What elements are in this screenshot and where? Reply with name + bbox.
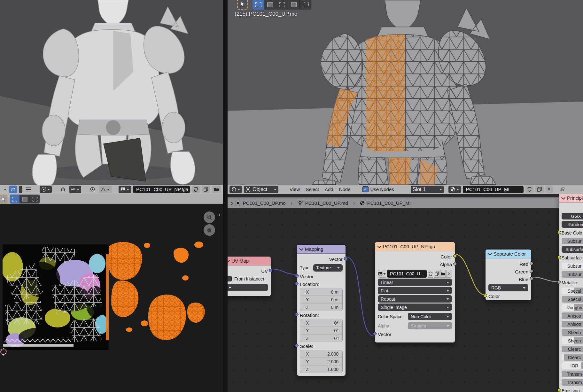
snap-toggle-button[interactable] bbox=[59, 186, 67, 193]
principled-row-ior-18[interactable]: IOR bbox=[562, 362, 583, 369]
vertex-select-button[interactable] bbox=[19, 186, 22, 193]
use-nodes-checkbox[interactable]: ✓ bbox=[362, 186, 369, 192]
header-menu-button[interactable] bbox=[24, 186, 33, 193]
material-name-field[interactable]: PC101_C00_UP_MI bbox=[463, 186, 524, 193]
collapse-icon[interactable] bbox=[228, 258, 230, 263]
principled-row-roughn-11[interactable]: Roughn bbox=[562, 304, 583, 311]
mode-dropdown[interactable]: RGB bbox=[488, 284, 528, 291]
node-header[interactable]: PC101_C00_UP_NP.tga bbox=[375, 242, 455, 251]
menu-view[interactable]: View bbox=[287, 187, 303, 192]
extension-dropdown[interactable]: Repeat bbox=[378, 295, 452, 303]
alpha-mode-dropdown[interactable]: Straight bbox=[408, 322, 452, 329]
edit-viewport[interactable]: (215) PC101_C00_UP.mo ‹ › bbox=[228, 0, 583, 185]
unlink-material-button[interactable]: × bbox=[546, 186, 553, 193]
color-space-dropdown[interactable]: Non-Color bbox=[408, 313, 452, 320]
node-mapping[interactable]: Mapping Vector Type: Texture bbox=[297, 244, 346, 376]
menu-node[interactable]: Node bbox=[336, 187, 354, 192]
principled-row-subsur-7[interactable]: Subsur bbox=[562, 271, 583, 278]
node-header[interactable]: UV Map bbox=[228, 257, 271, 265]
pivot-dropdown[interactable] bbox=[40, 186, 52, 193]
projection-dropdown[interactable]: Flat bbox=[378, 287, 452, 294]
collapse-icon[interactable] bbox=[561, 196, 565, 200]
select-mode-set-button[interactable] bbox=[253, 0, 264, 10]
collapse-icon[interactable] bbox=[299, 247, 303, 251]
new-image-button[interactable] bbox=[434, 270, 439, 278]
input-socket[interactable] bbox=[557, 231, 561, 234]
node-header[interactable]: Principl bbox=[559, 194, 583, 203]
tweak-tool-button[interactable] bbox=[0, 195, 8, 204]
vector-input-socket[interactable] bbox=[295, 344, 299, 347]
value-field[interactable]: X0 m bbox=[300, 288, 342, 296]
principled-row-subsurfa-4[interactable]: Subsurfa bbox=[562, 246, 583, 253]
principled-row-specul-10[interactable]: Specul bbox=[562, 296, 583, 303]
principled-row-anisotr-13[interactable]: Anisotr bbox=[562, 321, 583, 327]
principled-row-emission-21[interactable]: Emission bbox=[562, 387, 583, 392]
principled-row-random-1[interactable]: Random bbox=[562, 221, 583, 228]
image-name-field[interactable]: PC101_C00_U... bbox=[387, 270, 427, 278]
color-input-socket[interactable] bbox=[484, 294, 487, 297]
menu-add[interactable]: Add bbox=[322, 187, 336, 192]
image-name-field[interactable]: PC101_C00_UP_NP.tga bbox=[133, 186, 190, 193]
editor-divider[interactable] bbox=[223, 0, 228, 392]
vector-input-socket[interactable] bbox=[373, 332, 377, 335]
proportional-edit-toggle[interactable] bbox=[88, 186, 97, 193]
principled-row-subsurfac-5[interactable]: Subsurfac bbox=[562, 254, 583, 261]
principled-row-anisotr-12[interactable]: Anisotr bbox=[562, 312, 583, 319]
slot-dropdown[interactable]: Slot 1 bbox=[411, 186, 444, 193]
principled-row-clearc-16[interactable]: Clearc bbox=[562, 346, 583, 352]
select-mode-invert-button[interactable] bbox=[288, 0, 300, 10]
principled-row-transm-19[interactable]: Transm bbox=[562, 371, 583, 377]
value-field[interactable]: Z0° bbox=[300, 334, 342, 342]
input-socket[interactable] bbox=[557, 281, 561, 284]
editor-type-dropdown[interactable] bbox=[2, 186, 7, 193]
select-mode-set-button[interactable] bbox=[10, 195, 20, 204]
uv-output-socket[interactable] bbox=[269, 269, 273, 272]
fake-user-button[interactable] bbox=[525, 186, 533, 193]
principled-row-clearc-17[interactable]: Clearc bbox=[562, 354, 583, 361]
shader-type-dropdown[interactable]: Object bbox=[244, 186, 278, 193]
editor-type-dropdown[interactable] bbox=[229, 186, 242, 193]
input-socket[interactable] bbox=[557, 388, 561, 392]
select-mode-extend-button[interactable] bbox=[20, 195, 30, 204]
image-browse-dropdown[interactable] bbox=[119, 186, 131, 193]
pin-icon[interactable] bbox=[560, 187, 565, 192]
principled-row-specul-9[interactable]: Specul bbox=[562, 288, 583, 294]
red-output-socket[interactable] bbox=[530, 262, 533, 265]
value-field[interactable]: X2.000 bbox=[300, 350, 342, 357]
fake-user-button[interactable] bbox=[428, 270, 433, 278]
principled-row-subsur-3[interactable]: Subsur bbox=[562, 238, 583, 244]
fake-user-button[interactable] bbox=[192, 186, 200, 193]
pan-gizmo-button[interactable] bbox=[204, 224, 215, 236]
vector-input-socket[interactable] bbox=[295, 274, 299, 278]
zoom-gizmo-button[interactable] bbox=[204, 211, 215, 223]
collapse-left-icon[interactable]: ‹ bbox=[218, 213, 221, 216]
principled-row-ggx-0[interactable]: GGX bbox=[562, 213, 583, 219]
unlink-image-button[interactable]: × bbox=[446, 270, 452, 278]
alpha-output-socket[interactable] bbox=[453, 262, 457, 265]
node-separate-color[interactable]: Separate Color Red Green Blue R bbox=[485, 249, 532, 300]
vector-input-socket[interactable] bbox=[295, 282, 299, 285]
value-field[interactable]: Y0° bbox=[300, 327, 342, 334]
value-field[interactable]: Z0 m bbox=[300, 303, 342, 311]
color-output-socket[interactable] bbox=[453, 254, 457, 258]
select-mode-extend-button[interactable] bbox=[264, 0, 276, 10]
menu-select[interactable]: Select bbox=[303, 187, 322, 192]
principled-row-sheen-15[interactable]: Sheen bbox=[562, 337, 583, 344]
principled-row-metallic-8[interactable]: Metallic bbox=[562, 279, 583, 286]
node-image-texture[interactable]: PC101_C00_UP_NP.tga Color Alpha bbox=[375, 242, 455, 343]
collapse-icon[interactable] bbox=[488, 251, 492, 256]
blue-output-socket[interactable] bbox=[530, 277, 533, 281]
value-field[interactable]: X0° bbox=[300, 319, 342, 327]
select-mode-subtract-button[interactable] bbox=[276, 0, 288, 10]
node-principled-bsdf[interactable]: Principl GGXRandomBase ColoSubsurSubsurf… bbox=[559, 194, 583, 392]
input-socket[interactable] bbox=[557, 256, 561, 259]
falloff-dropdown[interactable] bbox=[99, 186, 112, 193]
value-field[interactable]: Z1.000 bbox=[300, 365, 342, 373]
open-image-button[interactable] bbox=[212, 186, 221, 193]
select-mode-intersect-button[interactable] bbox=[300, 0, 311, 10]
uv-sync-toggle[interactable]: ⇄ bbox=[9, 186, 17, 193]
uv-canvas[interactable]: ‹ bbox=[0, 204, 223, 392]
value-field[interactable]: Y0 m bbox=[300, 296, 342, 303]
node-canvas[interactable]: › PC101_C00_UP.mo › PC101_C00_UP.md › bbox=[228, 194, 583, 392]
node-uv-map[interactable]: UV Map UV From Instancer bbox=[228, 256, 271, 296]
